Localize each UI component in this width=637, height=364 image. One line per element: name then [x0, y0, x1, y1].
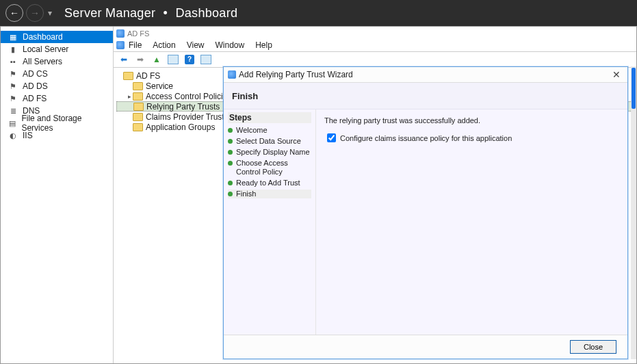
toolbar-up-button[interactable]: ▲	[149, 53, 164, 66]
step-specify-display-name[interactable]: Specify Display Name	[228, 148, 311, 157]
wizard-title-text: Add Relying Party Trust Wizard	[239, 70, 353, 79]
folder-icon	[133, 103, 144, 111]
wizard-titlebar[interactable]: Add Relying Party Trust Wizard ✕	[224, 67, 627, 83]
folder-icon	[133, 82, 143, 90]
tree-label: Application Groups	[146, 122, 215, 132]
nav-item-all-servers[interactable]: ▪▪ All Servers	[1, 55, 113, 68]
toolbar-panel-button[interactable]	[166, 53, 181, 66]
configure-claims-checkbox-row[interactable]: Configure claims issuance policy for thi…	[324, 131, 619, 144]
content-area: AD FS File Action View Window Help ⬅ ➡ ▲…	[114, 27, 636, 363]
wizard-icon	[228, 70, 236, 79]
snapin-icon	[116, 41, 125, 49]
wizard-heading: Finish	[224, 83, 627, 109]
wizard-footer: Close	[224, 335, 627, 359]
nav-item-local-server[interactable]: ▮ Local Server	[1, 43, 113, 55]
step-dot-icon	[228, 161, 233, 166]
step-label: Specify Display Name	[236, 148, 310, 157]
tree-label: AD FS	[136, 71, 160, 81]
menu-window[interactable]: Window	[216, 40, 245, 50]
arrow-right-icon: →	[30, 8, 40, 18]
step-dot-icon	[228, 192, 233, 196]
step-label: Finish	[236, 190, 256, 198]
left-navigation: ▦ Dashboard ▮ Local Server ▪▪ All Server…	[1, 27, 114, 363]
breadcrumb-current: Dashboard	[176, 6, 238, 20]
nav-item-label: All Servers	[23, 57, 62, 66]
folder-icon	[123, 72, 133, 80]
add-relying-party-trust-wizard: Add Relying Party Trust Wizard ✕ Finish …	[223, 66, 628, 359]
folder-icon	[133, 113, 143, 121]
toolbar-panel2-button[interactable]	[198, 53, 213, 66]
step-label: Choose Access Control Policy	[236, 159, 311, 177]
iis-icon: ◐	[8, 131, 18, 140]
folder-icon	[133, 92, 143, 101]
breadcrumb-root: Server Manager	[64, 6, 155, 20]
arrow-up-icon: ▲	[153, 55, 161, 64]
mmc-window-title: AD FS	[114, 27, 636, 39]
tree-label: Relying Party Trusts	[146, 102, 220, 112]
server-icon: ▮	[8, 45, 18, 54]
steps-title: Steps	[228, 112, 311, 123]
menu-action[interactable]: Action	[153, 40, 175, 50]
nav-item-label: Dashboard	[23, 32, 63, 42]
nav-forward-button[interactable]: →	[26, 4, 44, 22]
nav-item-file-storage[interactable]: ▤ File and Storage Services	[1, 117, 113, 129]
menu-help[interactable]: Help	[255, 40, 272, 50]
folder-icon	[133, 123, 143, 131]
nav-item-label: IIS	[23, 131, 33, 140]
step-label: Welcome	[236, 126, 268, 135]
vertical-scrollbar[interactable]	[631, 66, 636, 359]
step-dot-icon	[228, 181, 233, 185]
toolbar-forward-button[interactable]: ➡	[133, 53, 148, 66]
wizard-close-button[interactable]: Close	[570, 340, 616, 354]
step-welcome[interactable]: Welcome	[228, 126, 311, 135]
menu-view[interactable]: View	[187, 40, 205, 50]
breadcrumb: Server Manager • Dashboard	[64, 6, 237, 21]
scrollbar-thumb[interactable]	[632, 68, 636, 109]
step-dot-icon	[228, 128, 233, 133]
close-button[interactable]: ✕	[610, 69, 623, 80]
snapin-icon	[116, 29, 125, 38]
toolbar-help-button[interactable]: ?	[182, 53, 197, 66]
nav-item-label: AD DS	[23, 81, 48, 91]
nav-dropdown-caret[interactable]: ▾	[48, 8, 52, 18]
step-ready-to-add-trust[interactable]: Ready to Add Trust	[228, 179, 311, 187]
toolbar-back-button[interactable]: ⬅	[116, 53, 131, 66]
step-label: Select Data Source	[236, 137, 301, 146]
wizard-steps-panel: Steps Welcome Select Data Source Specify…	[224, 109, 316, 335]
help-icon: ?	[185, 55, 194, 64]
nav-back-button[interactable]: ←	[5, 4, 23, 22]
role-icon: ⚑	[8, 70, 18, 79]
dns-icon: ≣	[8, 107, 18, 116]
role-icon: ⚑	[8, 94, 18, 103]
titlebar: ← → ▾ Server Manager • Dashboard	[0, 0, 637, 26]
nav-item-label: AD FS	[23, 94, 47, 103]
step-select-data-source[interactable]: Select Data Source	[228, 137, 311, 146]
step-dot-icon	[228, 139, 233, 144]
checkbox-label: Configure claims issuance policy for thi…	[340, 134, 512, 142]
step-finish[interactable]: Finish	[228, 190, 311, 198]
arrow-left-icon: ←	[10, 8, 19, 18]
nav-item-label: File and Storage Services	[21, 114, 106, 133]
menu-file[interactable]: File	[129, 40, 142, 50]
wizard-main-panel: The relying party trust was successfully…	[316, 109, 627, 335]
nav-item-ad-ds[interactable]: ⚑ AD DS	[1, 80, 113, 92]
step-label: Ready to Add Trust	[236, 179, 300, 187]
configure-claims-checkbox[interactable]	[327, 133, 336, 142]
wizard-success-message: The relying party trust was successfully…	[324, 116, 619, 125]
mmc-title-text: AD FS	[127, 29, 149, 38]
nav-item-dashboard[interactable]: ▦ Dashboard	[1, 31, 113, 43]
dashboard-icon: ▦	[8, 33, 18, 42]
chevron-right-icon: •	[164, 6, 168, 20]
nav-item-ad-fs[interactable]: ⚑ AD FS	[1, 92, 113, 105]
wizard-heading-text: Finish	[232, 91, 258, 101]
panel-icon	[168, 55, 179, 64]
servers-icon: ▪▪	[8, 57, 18, 66]
mmc-toolbar: ⬅ ➡ ▲ ?	[114, 52, 636, 68]
step-choose-access-control-policy[interactable]: Choose Access Control Policy	[228, 159, 311, 177]
nav-item-ad-cs[interactable]: ⚑ AD CS	[1, 68, 113, 80]
role-icon: ⚑	[8, 82, 18, 91]
tree-label: Access Control Policies	[146, 92, 231, 101]
storage-icon: ▤	[8, 119, 17, 128]
mmc-menu-bar: File Action View Window Help	[114, 39, 636, 52]
tree-label: Service	[146, 81, 173, 91]
